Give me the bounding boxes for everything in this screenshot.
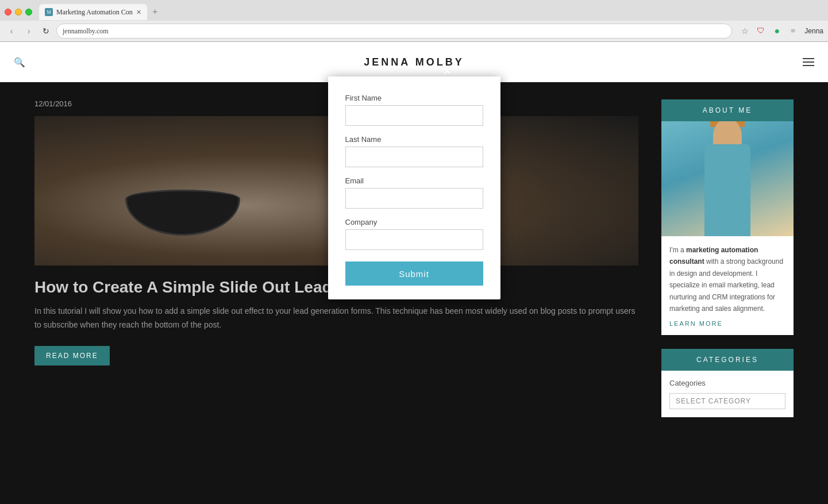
email-input[interactable]: [345, 188, 483, 209]
company-label: Company: [345, 218, 483, 226]
address-bar[interactable]: jennamolby.com: [56, 24, 732, 39]
close-window-button[interactable]: [5, 9, 11, 16]
address-bar-row: ‹ › ↻ jennamolby.com ☆ 🛡 ● ≡ Jenna: [0, 21, 828, 41]
url-text: jennamolby.com: [63, 27, 109, 36]
company-input[interactable]: [345, 229, 483, 250]
menu-icon[interactable]: ≡: [787, 25, 799, 37]
first-name-group: First Name: [345, 94, 483, 126]
browser-tab[interactable]: M Marketing Automation Con ✕: [39, 4, 147, 20]
last-name-input[interactable]: [345, 147, 483, 167]
new-tab-button[interactable]: +: [147, 4, 163, 20]
tab-bar: M Marketing Automation Con ✕ +: [0, 0, 828, 21]
chrome-icon[interactable]: ●: [771, 25, 783, 37]
email-label: Email: [345, 176, 483, 185]
submit-button[interactable]: Submit: [345, 261, 483, 286]
profile-button[interactable]: Jenna: [804, 27, 823, 35]
modal-close-button[interactable]: ✕: [443, 65, 452, 78]
tab-title: Marketing Automation Con: [56, 8, 133, 17]
modal-box: First Name Last Name Email Company Submi…: [328, 76, 500, 299]
last-name-label: Last Name: [345, 135, 483, 144]
traffic-lights: [5, 9, 32, 16]
bookmark-icon[interactable]: ☆: [739, 25, 750, 37]
website: 🔍 JENNA MOLBY 12/01/2016 How to Create A…: [0, 42, 828, 504]
reload-button[interactable]: ↻: [39, 24, 53, 38]
minimize-window-button[interactable]: [15, 9, 22, 16]
first-name-label: First Name: [345, 94, 483, 102]
shield-icon[interactable]: 🛡: [755, 25, 767, 37]
fullscreen-window-button[interactable]: [25, 9, 32, 16]
email-group: Email: [345, 176, 483, 209]
modal-overlay: ✕ First Name Last Name Email Company Sub…: [0, 42, 828, 504]
tab-favicon: M: [45, 8, 53, 16]
last-name-group: Last Name: [345, 135, 483, 167]
address-icons: ☆ 🛡 ● ≡: [739, 25, 799, 37]
first-name-input[interactable]: [345, 105, 483, 126]
company-group: Company: [345, 218, 483, 250]
forward-button[interactable]: ›: [22, 24, 36, 38]
back-button[interactable]: ‹: [5, 24, 18, 38]
browser-chrome: M Marketing Automation Con ✕ + ‹ › ↻ jen…: [0, 0, 828, 42]
tab-close-button[interactable]: ✕: [136, 9, 141, 16]
